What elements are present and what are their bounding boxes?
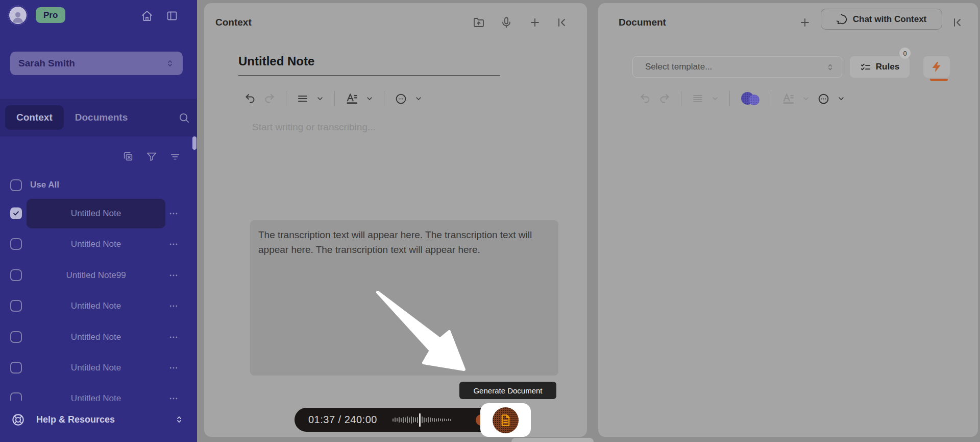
collapse-panel-icon[interactable]: [951, 16, 964, 29]
pointer-arrow: [368, 281, 480, 383]
note-label: Untitled Note99: [66, 270, 126, 281]
chevron-down-icon[interactable]: [711, 95, 719, 103]
note-item[interactable]: Untitled Note: [27, 322, 165, 352]
note-checkbox[interactable]: [10, 207, 22, 219]
generate-document-secondary-button[interactable]: Generate Document: [511, 438, 594, 442]
rules-button[interactable]: Rules: [850, 56, 910, 78]
add-document-icon[interactable]: [799, 16, 811, 29]
editor-placeholder[interactable]: Start writing or transcribing...: [252, 122, 376, 133]
note-label: Untitled Note: [71, 301, 121, 311]
sidebar: Pro Sarah Smith Context Documents: [0, 0, 197, 442]
template-select[interactable]: Select template...: [632, 56, 842, 78]
ai-logo-icon[interactable]: [740, 91, 761, 106]
list-checks-icon: [860, 61, 871, 73]
note-item[interactable]: Untitled Note: [27, 199, 165, 228]
align-icon[interactable]: [692, 92, 704, 105]
note-row[interactable]: Untitled Note: [0, 291, 197, 321]
chat-with-context-button[interactable]: Chat with Context: [821, 9, 942, 30]
chevron-updown-icon: [175, 415, 184, 424]
rules-badge-value: 0: [903, 50, 906, 57]
transcription-preview-text: The transcription text will appear here.…: [258, 227, 550, 257]
note-row[interactable]: Untitled Note: [0, 199, 197, 228]
redo-icon[interactable]: [658, 92, 671, 105]
chevron-updown-icon: [826, 63, 835, 72]
note-label: Untitled Note: [71, 332, 121, 342]
note-row[interactable]: Untitled Note: [0, 384, 197, 401]
context-panel-title: Context: [215, 17, 252, 28]
collapse-panel-icon[interactable]: [556, 16, 568, 29]
note-label: Untitled Note: [71, 239, 121, 249]
redo-icon[interactable]: [263, 92, 276, 105]
undo-icon[interactable]: [244, 92, 256, 105]
note-label: Untitled Note: [71, 393, 121, 401]
waveform: [393, 413, 451, 427]
chevron-down-icon[interactable]: [802, 95, 810, 103]
note-checkbox[interactable]: [10, 392, 22, 401]
note-item[interactable]: Untitled Note: [27, 291, 165, 321]
lightning-bolt-icon: [930, 61, 943, 73]
add-note-icon[interactable]: [529, 16, 541, 29]
recording-timer: 01:37 / 240:00: [308, 414, 377, 426]
note-row[interactable]: Untitled Note: [0, 229, 197, 259]
lifebuoy-icon: [11, 413, 25, 427]
note-menu-icon[interactable]: [168, 208, 179, 219]
note-checkbox[interactable]: [10, 300, 22, 312]
note-menu-icon[interactable]: [168, 239, 179, 249]
sidebar-footer: Help & Resources: [0, 401, 197, 442]
chevron-down-icon[interactable]: [837, 95, 845, 103]
generate-button-highlight: [480, 403, 531, 437]
upload-folder-icon[interactable]: [473, 16, 485, 29]
chevron-down-icon[interactable]: [365, 95, 374, 103]
tooltip-label: Generate Document: [473, 386, 542, 395]
undo-icon[interactable]: [639, 92, 651, 105]
generate-document-button[interactable]: [493, 407, 519, 433]
note-row[interactable]: Untitled Note99: [0, 261, 197, 290]
note-item[interactable]: Untitled Note: [27, 229, 165, 259]
note-menu-icon[interactable]: [168, 270, 179, 281]
context-panel: Context Untitled Note: [204, 3, 587, 437]
document-panel-title: Document: [619, 17, 666, 28]
more-options-icon[interactable]: [395, 92, 407, 105]
chat-button-label: Chat with Context: [853, 14, 927, 25]
note-item[interactable]: Untitled Note: [27, 384, 165, 401]
generate-document-tooltip: Generate Document: [459, 382, 556, 399]
note-item[interactable]: Untitled Note99: [27, 261, 165, 290]
note-checkbox[interactable]: [10, 238, 22, 250]
align-icon[interactable]: [297, 92, 309, 105]
title-underline: [238, 75, 500, 76]
note-row[interactable]: Untitled Note: [0, 322, 197, 352]
note-title-input[interactable]: Untitled Note: [238, 54, 314, 68]
note-checkbox[interactable]: [10, 362, 22, 374]
note-label: Untitled Note: [71, 363, 121, 373]
microphone-icon[interactable]: [500, 16, 512, 29]
note-row[interactable]: Untitled Note: [0, 353, 197, 383]
note-menu-icon[interactable]: [168, 393, 179, 401]
editor-toolbar: [244, 90, 423, 107]
more-options-icon[interactable]: [817, 92, 830, 105]
chevron-down-icon[interactable]: [316, 95, 324, 103]
note-checkbox[interactable]: [10, 331, 22, 343]
note-item[interactable]: Untitled Note: [27, 353, 165, 383]
note-list: Untitled Note Untitled Note: [0, 0, 197, 401]
template-placeholder: Select template...: [645, 62, 712, 72]
note-menu-icon[interactable]: [168, 301, 179, 311]
file-text-icon: [499, 413, 512, 427]
auto-generate-button[interactable]: [923, 56, 950, 78]
rules-count-badge: 0: [899, 48, 911, 59]
active-indicator: [930, 79, 948, 81]
note-menu-icon[interactable]: [168, 332, 179, 342]
document-toolbar: [639, 90, 845, 107]
help-resources[interactable]: Help & Resources: [0, 407, 197, 432]
text-style-icon[interactable]: [345, 92, 358, 105]
rules-label: Rules: [876, 62, 899, 72]
note-checkbox[interactable]: [10, 269, 22, 281]
chat-bubble-icon: [837, 14, 848, 25]
note-menu-icon[interactable]: [168, 363, 179, 373]
help-resources-label: Help & Resources: [36, 414, 163, 425]
chevron-down-icon[interactable]: [414, 95, 423, 103]
document-panel: Document Chat with Context Select templa…: [598, 3, 978, 437]
note-label: Untitled Note: [71, 208, 121, 219]
text-style-icon[interactable]: [781, 92, 795, 105]
